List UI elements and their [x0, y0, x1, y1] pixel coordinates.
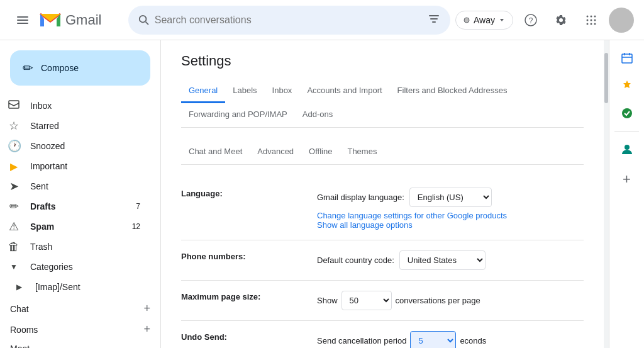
status-label: Away	[474, 15, 495, 25]
help-button[interactable]: ?	[518, 8, 543, 33]
right-sidebar: +	[609, 40, 644, 348]
page-size-select[interactable]: 50 25 100	[341, 291, 392, 310]
undo-send-content: Send cancellation period 5 10 20 30 econ…	[317, 331, 584, 348]
sidebar-item-spam[interactable]: ⚠ Spam 12	[0, 216, 150, 237]
phone-numbers-label: Phone numbers:	[181, 250, 307, 261]
language-label: Language:	[181, 188, 307, 198]
spam-count: 12	[132, 222, 140, 231]
compose-button[interactable]: ✏ Compose	[10, 50, 150, 86]
main-content: Settings General Labels Inbox Accounts a…	[161, 40, 604, 348]
drafts-count: 7	[136, 202, 140, 211]
imap-label: [Imap]/Sent	[35, 282, 140, 292]
phone-numbers-row: Phone numbers: Default country code: Uni…	[181, 240, 584, 281]
sidebar-item-drafts[interactable]: ✏ Drafts 7	[0, 196, 150, 216]
sidebar-item-starred[interactable]: ☆ Starred	[0, 116, 150, 136]
phone-country-select[interactable]: United States	[399, 250, 486, 270]
starred-label: Starred	[30, 121, 140, 131]
language-change-link[interactable]: Change language settings for other Googl…	[317, 211, 507, 220]
topbar-right: Away ?	[455, 8, 634, 33]
tab-addons[interactable]: Add-ons	[295, 103, 340, 127]
tab-advanced[interactable]: Advanced	[250, 140, 301, 164]
sidebar-item-important[interactable]: ▶ Important	[0, 156, 150, 176]
svg-text:?: ?	[529, 16, 533, 25]
sidebar-item-inbox[interactable]: Inbox	[0, 96, 150, 116]
svg-line-4	[146, 21, 148, 24]
chat-section-label: Chat	[10, 304, 138, 314]
svg-point-15	[587, 19, 589, 21]
search-bar[interactable]	[128, 6, 450, 35]
tab-general[interactable]: General	[181, 79, 225, 103]
tab-offline[interactable]: Offline	[301, 140, 340, 164]
settings-tabs-row2: Chat and Meet Advanced Offline Themes	[181, 140, 584, 165]
svg-point-19	[591, 23, 592, 25]
undo-send-suffix: econds	[460, 336, 486, 345]
sent-label: Sent	[30, 181, 140, 191]
meet-section: Meet	[0, 339, 160, 348]
right-sidebar-divider	[614, 131, 639, 132]
trash-label: Trash	[30, 242, 140, 252]
tab-labels[interactable]: Labels	[225, 79, 264, 103]
sidebar-item-categories[interactable]: ▼ Categories	[0, 257, 150, 277]
svg-point-20	[594, 23, 596, 25]
rooms-add-button[interactable]: +	[143, 323, 150, 336]
svg-point-14	[594, 15, 596, 17]
tab-chat-meet[interactable]: Chat and Meet	[181, 140, 250, 164]
calendar-icon-btn[interactable]	[614, 45, 640, 70]
search-input[interactable]	[155, 14, 423, 26]
tab-accounts-import[interactable]: Accounts and Import	[299, 79, 389, 103]
svg-point-8	[464, 18, 469, 23]
undo-send-select[interactable]: 5 10 20 30	[410, 331, 456, 348]
imap-icon: ▶	[13, 283, 25, 291]
logo-text: Gmail	[65, 12, 101, 28]
snoozed-icon: 🕐	[8, 139, 20, 153]
language-show-link[interactable]: Show all language options	[317, 220, 413, 230]
important-label: Important	[30, 161, 140, 171]
keep-icon-btn[interactable]	[614, 73, 640, 98]
language-select-label: Gmail display language:	[317, 193, 404, 202]
tab-themes[interactable]: Themes	[340, 140, 384, 164]
language-select[interactable]: English (US)	[409, 188, 492, 207]
settings-tabs-row1: General Labels Inbox Accounts and Import…	[181, 79, 584, 128]
sidebar-item-snoozed[interactable]: 🕐 Snoozed	[0, 136, 150, 156]
status-button[interactable]: Away	[455, 11, 513, 30]
right-sidebar-add-button[interactable]: +	[614, 167, 640, 192]
svg-rect-6	[430, 18, 438, 20]
svg-point-26	[622, 108, 632, 118]
trash-icon: 🗑	[8, 240, 20, 254]
svg-marker-9	[500, 19, 504, 21]
topbar: Gmail Away ?	[0, 0, 644, 40]
sidebar-item-trash[interactable]: 🗑 Trash	[0, 237, 150, 257]
settings-button[interactable]	[548, 8, 574, 33]
svg-rect-1	[17, 20, 28, 21]
svg-point-17	[594, 19, 596, 21]
gmail-logo-icon	[39, 11, 62, 29]
scrollbar-thumb[interactable]	[604, 53, 608, 103]
spam-label: Spam	[30, 222, 122, 232]
search-filter-icon[interactable]	[428, 13, 440, 27]
undo-send-row: Undo Send: Send cancellation period 5 10…	[181, 321, 584, 348]
svg-rect-0	[17, 16, 28, 18]
important-icon: ▶	[8, 160, 20, 172]
tab-filters[interactable]: Filters and Blocked Addresses	[390, 79, 515, 103]
meet-section-label: Meet	[10, 344, 150, 348]
page-size-content: Show 50 25 100 conversations per page	[317, 291, 584, 310]
spam-icon: ⚠	[8, 220, 20, 233]
tasks-icon-btn[interactable]	[614, 101, 640, 126]
scrollbar[interactable]	[604, 40, 609, 348]
drafts-icon: ✏	[8, 199, 20, 213]
tab-inbox[interactable]: Inbox	[265, 79, 300, 103]
sidebar-item-sent[interactable]: ➤ Sent	[0, 176, 150, 196]
avatar[interactable]	[609, 8, 634, 33]
apps-button[interactable]	[579, 8, 604, 33]
menu-button[interactable]	[10, 8, 35, 33]
chat-add-button[interactable]: +	[143, 302, 150, 315]
tab-forwarding[interactable]: Forwarding and POP/IMAP	[181, 103, 295, 127]
sidebar-item-imap-sent[interactable]: ▶ [Imap]/Sent	[0, 277, 150, 297]
svg-point-16	[591, 19, 592, 21]
contacts-icon-btn[interactable]	[614, 137, 640, 162]
phone-numbers-content: Default country code: United States	[317, 250, 584, 270]
rooms-section: Rooms +	[0, 318, 160, 339]
language-content: Gmail display language: English (US) Cha…	[317, 188, 584, 230]
settings-table: Language: Gmail display language: Englis…	[181, 177, 584, 348]
svg-point-12	[587, 15, 589, 17]
